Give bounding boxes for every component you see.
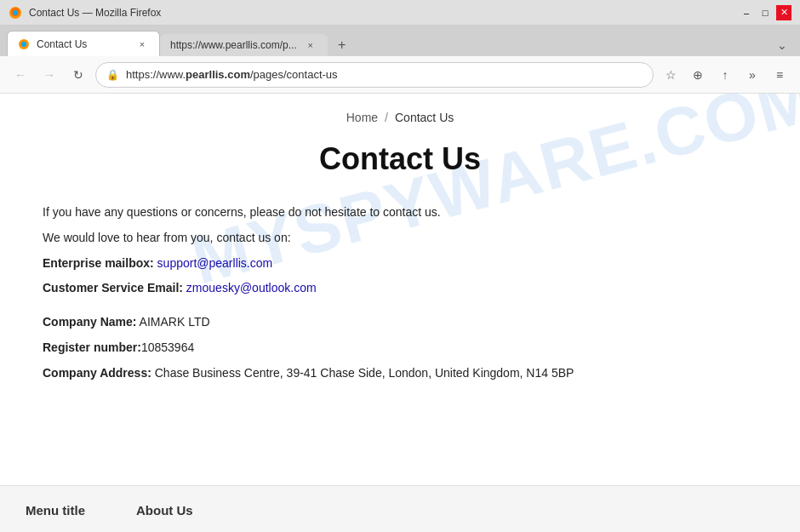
url-prefix: https://www. xyxy=(126,68,186,81)
browser-content: MYSPYWARE.COM Home / Contact Us Contact … xyxy=(0,94,800,485)
titlebar-left: Contact Us — Mozilla Firefox xyxy=(9,6,161,20)
footer-col-about-title: About Us xyxy=(136,503,193,518)
more-tools-button[interactable]: » xyxy=(740,63,764,87)
share-button[interactable]: ↑ xyxy=(713,63,737,87)
tab-close-button[interactable]: × xyxy=(135,37,149,51)
titlebar-title: Contact Us — Mozilla Firefox xyxy=(29,7,161,19)
intro-line-2: We would love to hear from you, contact … xyxy=(43,228,757,249)
titlebar-controls[interactable]: – □ ✕ xyxy=(739,5,791,20)
secondary-tab-close[interactable]: × xyxy=(304,38,317,52)
page-body: If you have any questions or concerns, p… xyxy=(43,203,757,384)
enterprise-mailbox: Enterprise mailbox: support@pearllis.com xyxy=(43,254,757,274)
breadcrumb-current: Contact Us xyxy=(395,111,454,124)
customer-service-label: Customer Service Email: xyxy=(43,281,183,295)
footer-col-menu-title: Menu title xyxy=(26,503,85,518)
address-label: Company Address: xyxy=(43,366,151,380)
company-info: Company Name: AIMARK LTD Register number… xyxy=(43,312,757,383)
tab-list-button[interactable]: ⌄ xyxy=(771,34,793,56)
url-domain: pearllis.com xyxy=(186,68,250,81)
breadcrumb-separator: / xyxy=(385,111,388,124)
register-number-value: 10853964 xyxy=(141,340,194,354)
back-button[interactable]: ← xyxy=(9,63,32,87)
refresh-button[interactable]: ↻ xyxy=(66,63,90,87)
breadcrumb-home[interactable]: Home xyxy=(346,111,378,124)
forward-button[interactable]: → xyxy=(37,63,61,87)
titlebar: Contact Us — Mozilla Firefox – □ ✕ xyxy=(0,0,800,26)
svg-point-1 xyxy=(13,10,18,15)
customer-service-email-link[interactable]: zmouesky@outlook.com xyxy=(186,281,317,295)
breadcrumb: Home / Contact Us xyxy=(43,111,757,124)
company-name-line: Company Name: AIMARK LTD xyxy=(43,312,757,333)
nav-icons: ☆ ⊕ ↑ » ≡ xyxy=(659,63,791,87)
menu-button[interactable]: ≡ xyxy=(768,63,791,87)
company-name-value: AIMARK LTD xyxy=(140,315,210,329)
secondary-tab-title: https://www.pearllis.com/p... xyxy=(170,39,297,51)
secondary-tab[interactable]: https://www.pearllis.com/p... × xyxy=(160,34,328,56)
page-wrapper: Home / Contact Us Contact Us If you have… xyxy=(17,94,783,406)
address-url: https://www.pearllis.com/pages/contact-u… xyxy=(126,68,643,81)
tab-favicon xyxy=(18,38,30,50)
address-bar[interactable]: 🔒 https://www.pearllis.com/pages/contact… xyxy=(95,62,654,88)
footer-col-menu: Menu title xyxy=(26,503,85,524)
tabbar: Contact Us × https://www.pearllis.com/p.… xyxy=(0,26,800,56)
intro-line-1: If you have any questions or concerns, p… xyxy=(43,203,757,223)
svg-point-3 xyxy=(21,42,26,47)
enterprise-label: Enterprise mailbox: xyxy=(43,256,154,270)
footer-col-about: About Us xyxy=(136,503,193,524)
page-heading: Contact Us xyxy=(43,141,757,177)
navbar: ← → ↻ 🔒 https://www.pearllis.com/pages/c… xyxy=(0,56,800,94)
footer: Menu title About Us xyxy=(0,485,800,532)
address-line: Company Address: Chase Business Centre, … xyxy=(43,363,757,384)
bookmark-button[interactable]: ☆ xyxy=(659,63,683,87)
register-label: Register number: xyxy=(43,340,141,354)
firefox-icon xyxy=(9,6,22,20)
new-tab-button[interactable]: + xyxy=(331,34,353,56)
close-button[interactable]: ✕ xyxy=(776,5,791,20)
url-path: /pages/contact-us xyxy=(250,68,338,81)
company-name-label: Company Name: xyxy=(43,315,136,329)
pocket-button[interactable]: ⊕ xyxy=(686,63,710,87)
customer-service: Customer Service Email: zmouesky@outlook… xyxy=(43,278,757,299)
minimize-button[interactable]: – xyxy=(739,5,754,20)
maximize-button[interactable]: □ xyxy=(757,5,773,20)
address-value: Chase Business Centre, 39-41 Chase Side,… xyxy=(155,366,574,380)
enterprise-email-link[interactable]: support@pearllis.com xyxy=(157,256,273,270)
register-number-line: Register number:10853964 xyxy=(43,338,757,358)
tab-title: Contact Us xyxy=(37,38,129,50)
secure-icon: 🔒 xyxy=(106,69,119,81)
active-tab[interactable]: Contact Us × xyxy=(7,31,160,56)
